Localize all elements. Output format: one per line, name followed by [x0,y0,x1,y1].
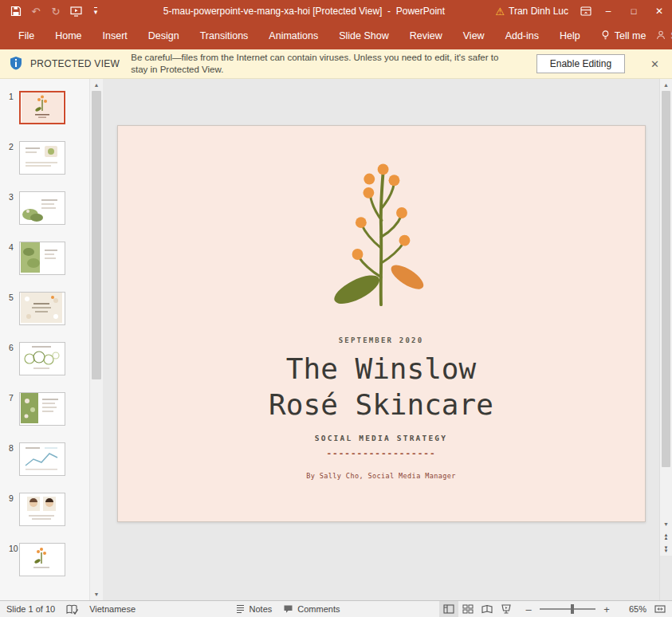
banner-close-icon[interactable]: ✕ [646,57,664,72]
slide-title-line1: The Winslow [286,351,476,387]
next-slide-button[interactable]: ▼▼ [660,543,672,556]
zoom-level[interactable]: 65% [621,604,646,614]
close-button[interactable]: ✕ [646,0,672,22]
slide-kicker: SEPTEMBER 2020 [339,336,424,344]
protected-view-message: Be careful—files from the Internet can c… [131,52,513,76]
slide-thumbnail-4[interactable]: 4 [0,242,89,275]
tab-help[interactable]: Help [549,22,591,49]
titlebar-right: ⚠ Tran Dinh Luc – □ ✕ [487,0,672,22]
slide-title-line2: Rosé Skincare [269,387,493,422]
slide-show-button[interactable] [497,601,516,617]
slide-thumbnail-2[interactable]: 2 [0,141,89,175]
start-from-beginning-icon[interactable] [66,2,85,21]
person-icon [656,30,666,42]
comments-button[interactable]: Comments [283,604,340,614]
thumbnail-scrollbar-track[interactable] [90,91,103,588]
normal-view-button[interactable] [439,601,458,617]
enable-editing-button[interactable]: Enable Editing [536,54,625,73]
tab-insert[interactable]: Insert [92,22,138,49]
tab-animations[interactable]: Animations [258,22,328,49]
shield-icon [10,56,22,73]
main-content: 1 2 3 4 5 6 7 [0,79,672,600]
slide-thumbnail-8[interactable]: 8 [0,442,89,476]
fit-slide-to-window-button[interactable] [654,604,666,614]
main-scrollbar-track[interactable] [660,91,672,518]
minimize-button[interactable]: – [595,0,621,22]
lightbulb-icon [601,29,610,43]
main-scroll-up-icon[interactable]: ▲ [660,79,672,91]
notes-button[interactable]: Notes [235,604,273,614]
scroll-down-icon[interactable]: ▼ [90,588,103,600]
thumbnail-scrollbar[interactable]: ▲ ▼ [89,79,103,600]
titlebar: ↶ ↻ ▾ 5-mau-powerpoint-ve-mang-xa-hoi [P… [0,0,672,22]
main-scroll-down-icon[interactable]: ▼ [660,518,672,530]
slide-editor-area: SEPTEMBER 2020 The Winslow Rosé Skincare… [103,79,659,600]
slide-thumbnail-panel: 1 2 3 4 5 6 7 [0,79,89,600]
notes-icon [235,604,246,614]
slide-thumbnail-6[interactable]: 6 [0,342,89,375]
slide-canvas[interactable]: SEPTEMBER 2020 The Winslow Rosé Skincare… [117,125,646,522]
tab-slide-show[interactable]: Slide Show [328,22,399,49]
warning-icon: ⚠ [495,6,505,18]
zoom-slider-thumb[interactable] [571,604,574,614]
status-bar: Slide 1 of 10 Vietnamese Notes Comments … [0,600,672,617]
slide-thumbnail-5[interactable]: 5 [0,292,89,325]
slide-sorter-view-button[interactable] [458,601,477,617]
window-title: 5-mau-powerpoint-ve-mang-xa-hoi [Protect… [136,6,473,17]
account-name: Tran Dinh Luc [509,6,568,17]
slide-counter: Slide 1 of 10 [6,604,55,614]
ribbon-tab-bar: File Home Insert Design Transitions Anim… [0,22,672,49]
undo-icon[interactable]: ↶ [26,2,45,21]
main-scrollbar-thumb[interactable] [662,91,670,467]
tab-add-ins[interactable]: Add-ins [495,22,549,49]
language-indicator[interactable]: Vietnamese [89,604,136,614]
slide-divider: ------------------ [326,448,435,458]
zoom-out-icon[interactable]: – [524,603,533,615]
protected-view-label: PROTECTED VIEW [30,58,120,69]
account-button[interactable]: ⚠ Tran Dinh Luc [487,0,576,22]
slide-thumbnail-10[interactable]: 10 [0,543,89,576]
slide-byline: By Sally Cho, Social Media Manager [306,472,456,480]
slide-thumbnail-3[interactable]: 3 [0,191,89,225]
slide-thumbnail-1[interactable]: 1 [0,91,89,124]
save-icon[interactable] [6,2,26,21]
reading-view-button[interactable] [477,601,497,617]
slide-thumbnail-7[interactable]: 7 [0,392,89,426]
previous-slide-button[interactable]: ▲▲ [660,530,672,543]
main-scrollbar[interactable]: ▲ ▼ ▲▲ ▼▼ [659,79,672,600]
tab-view[interactable]: View [453,22,495,49]
flower-illustration [320,161,442,306]
maximize-button[interactable]: □ [621,0,646,22]
scroll-up-icon[interactable]: ▲ [90,79,103,91]
tab-file[interactable]: File [8,22,45,49]
tab-transitions[interactable]: Transitions [190,22,259,49]
comments-icon [283,604,293,614]
powerpoint-window: ↶ ↻ ▾ 5-mau-powerpoint-ve-mang-xa-hoi [P… [0,0,672,617]
ribbon-display-options-icon[interactable] [576,2,595,21]
tab-home[interactable]: Home [45,22,92,49]
tell-me-button[interactable]: Tell me [591,22,657,49]
protected-view-banner: PROTECTED VIEW Be careful—files from the… [0,49,672,79]
tab-review[interactable]: Review [399,22,453,49]
thumbnail-scrollbar-thumb[interactable] [92,91,101,379]
zoom-controls: – + 65% [524,603,646,615]
redo-icon[interactable]: ↻ [46,2,65,21]
slide-thumbnail-9[interactable]: 9 [0,493,89,526]
quick-access-toolbar: ↶ ↻ ▾ [0,2,105,21]
slide-subtitle: SOCIAL MEDIA STRATEGY [315,434,447,442]
proofing-icon[interactable] [66,604,78,615]
customize-quick-access-toolbar-icon[interactable]: ▾ [86,2,105,21]
scrollbar-gap [660,556,672,600]
zoom-in-icon[interactable]: + [602,603,611,615]
share-button[interactable]: Share [656,22,672,49]
tab-design[interactable]: Design [138,22,190,49]
zoom-slider[interactable] [540,608,595,610]
